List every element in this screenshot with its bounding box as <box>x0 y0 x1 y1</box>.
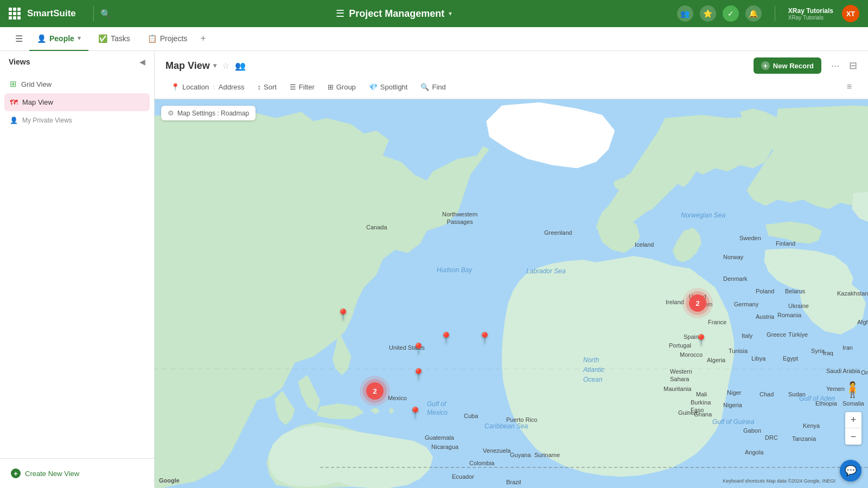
tab-projects[interactable]: 📋 Projects <box>140 27 195 51</box>
location-toolbar-button[interactable]: 📍 Location : Address <box>165 80 250 94</box>
brand-name: SmartSuite <box>27 8 76 19</box>
street-view-figure[interactable]: 🧍 <box>843 382 863 404</box>
filter-icon: ☰ <box>290 83 296 91</box>
project-chevron-icon[interactable]: ▾ <box>449 10 452 17</box>
sidebar-title: Views <box>9 57 30 66</box>
sidebar: Views ◀ ⊞ Grid View 🗺 Map View 👤 My Priv… <box>0 51 155 488</box>
view-title-chevron-icon[interactable]: ▾ <box>213 62 216 69</box>
content-header: Map View ▾ ☆ 👥 + New Record ··· ⊟ <box>155 51 868 99</box>
new-record-label: New Record <box>773 62 814 70</box>
spotlight-toolbar-button[interactable]: 💎 Spotlight <box>363 80 413 94</box>
nav-right: 👥 ⭐ ✓ 🔔 XRay Tutorials XRay Tutorials XT <box>677 5 859 22</box>
google-logo: Google <box>159 477 180 484</box>
create-new-view-button[interactable]: + Create New View <box>9 465 145 481</box>
sort-label: Sort <box>264 83 277 91</box>
create-view-plus-icon: + <box>11 468 21 478</box>
map-zoom-controls: + − <box>845 412 861 445</box>
top-navbar: SmartSuite 🔍 ☰ Project Management ▾ 👥 ⭐ … <box>0 0 868 27</box>
nav-divider <box>93 6 94 21</box>
map-pin-mexico[interactable]: 📍 <box>409 406 422 419</box>
spotlight-label: Spotlight <box>380 83 408 91</box>
grid-view-icon: ⊞ <box>10 79 17 89</box>
nav-bell-icon[interactable]: 🔔 <box>745 5 762 22</box>
projects-tab-icon: 📋 <box>148 34 157 43</box>
nav-grid-menu-icon[interactable] <box>9 8 21 20</box>
new-record-plus-icon: + <box>761 61 770 70</box>
map-cluster-california[interactable]: 2 <box>366 382 384 400</box>
filter-lines-icon[interactable]: ≡ <box>841 79 857 94</box>
user-avatar[interactable]: XT <box>842 5 859 22</box>
chat-button[interactable]: 💬 <box>840 460 861 481</box>
location-label: Location <box>182 83 209 91</box>
main-layout: Views ◀ ⊞ Grid View 🗺 Map View 👤 My Priv… <box>0 51 868 488</box>
location-pin-icon: 📍 <box>171 83 180 91</box>
nav-divider2 <box>775 6 775 21</box>
view-options-icon[interactable]: ⊟ <box>849 60 857 72</box>
new-record-button[interactable]: + New Record <box>754 57 821 74</box>
tasks-tab-label: Tasks <box>111 34 130 43</box>
map-pin-southwest[interactable]: 📍 <box>412 368 425 381</box>
sidebar-views: ⊞ Grid View 🗺 Map View 👤 My Private View… <box>0 73 154 458</box>
private-section-label: My Private Views <box>22 117 72 124</box>
map-container[interactable]: Canada NorthwesternPassages Greenland No… <box>155 99 868 488</box>
map-pin-1[interactable]: 📍 <box>336 308 350 321</box>
nav-check-icon[interactable]: ✓ <box>723 5 739 22</box>
map-pin-spain[interactable]: 📍 <box>694 333 708 346</box>
share-icon[interactable]: 👥 <box>235 61 246 71</box>
spotlight-icon: 💎 <box>369 83 378 91</box>
toolbar: 📍 Location : Address ↕ Sort ☰ Filter ⊞ G… <box>165 79 857 99</box>
map-pin-2[interactable]: 📍 <box>439 331 453 344</box>
project-icon: ☰ <box>336 8 344 20</box>
nav-star-icon[interactable]: ⭐ <box>700 5 716 22</box>
favorite-star-icon[interactable]: ☆ <box>222 61 229 71</box>
map-pin-4[interactable]: 📍 <box>412 342 425 355</box>
cluster-uk-count[interactable]: 2 <box>689 294 706 312</box>
tasks-tab-icon: ✅ <box>98 34 107 43</box>
zoom-out-button[interactable]: − <box>845 428 861 445</box>
map-attribution: Keyboard shortcuts Map data ©2024 Google… <box>723 478 835 484</box>
nav-users-icon[interactable]: 👥 <box>677 5 693 22</box>
zoom-in-button[interactable]: + <box>845 412 861 428</box>
filter-toolbar-button[interactable]: ☰ Filter <box>284 80 320 94</box>
group-toolbar-button[interactable]: ⊞ Group <box>322 80 361 94</box>
user-info: XRay Tutorials XRay Tutorials <box>788 7 833 21</box>
group-label: Group <box>336 83 356 91</box>
view-title[interactable]: Map View ▾ <box>165 60 216 72</box>
sidebar-collapse-button[interactable]: ◀ <box>139 57 145 66</box>
project-title: Project Management <box>349 8 444 20</box>
cluster-count[interactable]: 2 <box>366 382 384 400</box>
create-view-label: Create New View <box>25 470 79 478</box>
people-tab-label: People <box>49 34 74 43</box>
group-icon: ⊞ <box>328 83 334 91</box>
view-title-right: + New Record ··· ⊟ <box>754 57 857 74</box>
location-value: Address <box>219 83 245 91</box>
projects-tab-label: Projects <box>160 34 188 43</box>
private-views-section: 👤 My Private Views <box>4 111 150 127</box>
toolbar-right: ≡ <box>841 79 857 94</box>
sidebar-item-map-view[interactable]: 🗺 Map View <box>4 93 150 111</box>
map-settings-badge[interactable]: ⚙ Map Settings : Roadmap <box>161 106 256 120</box>
tab-people[interactable]: 👤 People ▾ <box>29 27 88 51</box>
view-title-text: Map View <box>165 60 210 72</box>
sidebar-header: Views ◀ <box>0 51 154 73</box>
map-cluster-uk[interactable]: 2 <box>689 294 706 312</box>
sidebar-item-grid-view[interactable]: ⊞ Grid View <box>4 75 150 93</box>
search-icon[interactable]: 🔍 <box>100 9 111 19</box>
hamburger-icon[interactable]: ☰ <box>11 30 27 47</box>
add-tab-button[interactable]: + <box>197 30 209 48</box>
map-view-label: Map View <box>22 98 53 106</box>
find-toolbar-button[interactable]: 🔍 Find <box>415 80 451 94</box>
nav-center: ☰ Project Management ▾ <box>111 8 677 20</box>
more-options-button[interactable]: ··· <box>827 58 844 74</box>
user-name: XRay Tutorials <box>788 7 833 15</box>
view-title-row: Map View ▾ ☆ 👥 + New Record ··· ⊟ <box>165 57 857 74</box>
location-separator: : <box>213 83 215 91</box>
sort-toolbar-button[interactable]: ↕ Sort <box>252 80 282 94</box>
tab-tasks[interactable]: ✅ Tasks <box>91 27 138 51</box>
sidebar-footer: + Create New View <box>0 458 154 488</box>
gear-icon: ⚙ <box>168 109 174 117</box>
people-tab-chevron[interactable]: ▾ <box>78 35 81 42</box>
map-pin-3[interactable]: 📍 <box>478 331 492 344</box>
people-tab-icon: 👤 <box>37 34 46 43</box>
grid-view-label: Grid View <box>21 80 52 88</box>
